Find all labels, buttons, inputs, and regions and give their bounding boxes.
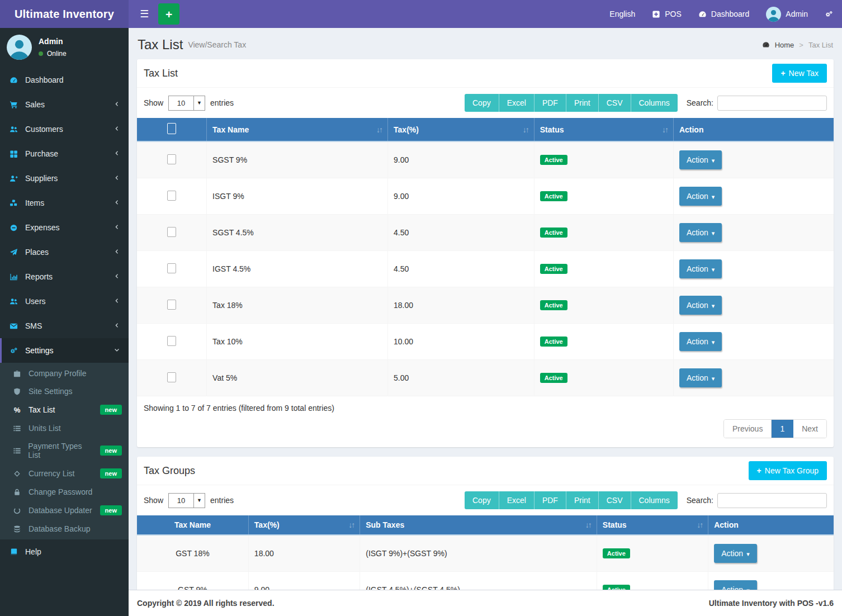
export-print-button[interactable]: Print bbox=[566, 94, 599, 112]
cogs-icon bbox=[8, 347, 19, 355]
new-tax-button[interactable]: +New Tax bbox=[772, 64, 827, 83]
submenu-item-label: Payment Types List bbox=[28, 442, 93, 459]
row-checkbox[interactable] bbox=[167, 300, 176, 310]
row-checkbox[interactable] bbox=[167, 263, 176, 273]
action-dropdown-button[interactable]: Action▾ bbox=[679, 187, 722, 206]
chevron-left-icon bbox=[113, 272, 120, 281]
nav-item-label: Dashboard bbox=[711, 10, 750, 18]
hamburger-icon[interactable]: ☰ bbox=[138, 8, 151, 20]
tax-name-cell: ISGT 9% bbox=[207, 178, 388, 215]
sidebar-item-sms[interactable]: SMS bbox=[0, 314, 129, 338]
page-size-select[interactable]: 10 ▼ bbox=[168, 493, 205, 508]
action-dropdown-button[interactable]: Action▾ bbox=[714, 580, 756, 590]
previous-page-button[interactable]: Previous bbox=[724, 420, 772, 438]
tax-list-table: Tax Name↓↑Tax(%)↓↑Status↓↑Action SGST 9%… bbox=[137, 118, 834, 396]
tax-percent-cell: 4.50 bbox=[388, 215, 534, 251]
row-checkbox[interactable] bbox=[167, 154, 176, 164]
status-cell: Active bbox=[534, 251, 673, 287]
export-csv-button[interactable]: CSV bbox=[599, 94, 631, 112]
export-copy-button[interactable]: Copy bbox=[465, 94, 499, 112]
nav-item-admin[interactable]: Admin bbox=[766, 7, 808, 22]
nav-item-english[interactable]: English bbox=[609, 10, 635, 18]
export-excel-button[interactable]: Excel bbox=[499, 94, 534, 112]
submenu-item-tax-list[interactable]: %Tax Listnew bbox=[0, 400, 129, 419]
submenu-item-database-backup[interactable]: Database Backup bbox=[0, 520, 129, 538]
settings-submenu: Company ProfileSite Settings%Tax Listnew… bbox=[0, 363, 129, 539]
export-copy-button[interactable]: Copy bbox=[465, 491, 499, 509]
export-columns-button[interactable]: Columns bbox=[631, 94, 678, 112]
export-csv-button[interactable]: CSV bbox=[599, 491, 631, 509]
caret-down-icon: ▾ bbox=[712, 302, 715, 309]
sidebar-item-sales[interactable]: Sales bbox=[0, 92, 129, 117]
submenu-item-label: Currency List bbox=[29, 469, 74, 478]
sidebar-item-label: SMS bbox=[25, 321, 42, 330]
breadcrumb-home[interactable]: Home bbox=[775, 41, 794, 49]
row-checkbox[interactable] bbox=[167, 336, 176, 346]
sidebar-item-dashboard[interactable]: Dashboard bbox=[0, 68, 129, 92]
submenu-item-currency-list[interactable]: Currency Listnew bbox=[0, 464, 129, 483]
cart-icon bbox=[8, 101, 19, 109]
action-dropdown-button[interactable]: Action▾ bbox=[679, 332, 722, 351]
action-dropdown-button[interactable]: Action▾ bbox=[679, 150, 722, 169]
caret-down-icon: ▾ bbox=[712, 193, 715, 200]
sidebar-item-items[interactable]: Items bbox=[0, 191, 129, 215]
export-excel-button[interactable]: Excel bbox=[499, 491, 534, 509]
sidebar-item-purchase[interactable]: Purchase bbox=[0, 141, 129, 166]
column-header-tax-name[interactable]: Tax Name↓↑ bbox=[207, 118, 388, 141]
online-status-dot bbox=[39, 51, 43, 56]
status-cell: Active bbox=[534, 360, 673, 396]
row-checkbox[interactable] bbox=[167, 191, 176, 201]
sidebar-item-users[interactable]: Users bbox=[0, 289, 129, 314]
submenu-item-database-updater[interactable]: Database Updaternew bbox=[0, 501, 129, 520]
sidebar-item-suppliers[interactable]: Suppliers bbox=[0, 166, 129, 191]
column-header-tax[interactable]: Tax(%)↓↑ bbox=[248, 515, 359, 535]
submenu-item-site-settings[interactable]: Site Settings bbox=[0, 382, 129, 400]
submenu-item-company-profile[interactable]: Company Profile bbox=[0, 364, 129, 382]
sort-icon: ↓↑ bbox=[376, 125, 382, 134]
sidebar-item-settings[interactable]: Settings bbox=[0, 338, 129, 363]
export-pdf-button[interactable]: PDF bbox=[534, 491, 566, 509]
action-cell: Action▾ bbox=[673, 215, 834, 251]
tax-groups-export-buttons: CopyExcelPDFPrintCSVColumns bbox=[465, 491, 678, 509]
page-size-select[interactable]: 10 ▼ bbox=[168, 96, 205, 111]
row-checkbox[interactable] bbox=[167, 123, 176, 134]
column-header-status[interactable]: Status↓↑ bbox=[597, 515, 708, 535]
search-input[interactable] bbox=[717, 96, 827, 111]
page-1-button[interactable]: 1 bbox=[772, 420, 793, 438]
sidebar-item-expenses[interactable]: Expenses bbox=[0, 215, 129, 240]
row-checkbox[interactable] bbox=[167, 227, 176, 237]
nav-item-pos[interactable]: POS bbox=[652, 10, 682, 18]
export-pdf-button[interactable]: PDF bbox=[534, 94, 566, 112]
app-logo[interactable]: Ultimate Inventory bbox=[0, 0, 129, 28]
export-print-button[interactable]: Print bbox=[566, 491, 599, 509]
action-dropdown-button[interactable]: Action▾ bbox=[679, 223, 722, 242]
page-subtitle: View/Search Tax bbox=[188, 40, 246, 49]
submenu-item-change-password[interactable]: Change Password bbox=[0, 483, 129, 501]
submenu-item-units-list[interactable]: Units List bbox=[0, 419, 129, 437]
action-dropdown-button[interactable]: Action▾ bbox=[679, 259, 722, 278]
new-tax-group-button[interactable]: +New Tax Group bbox=[749, 461, 827, 480]
row-checkbox[interactable] bbox=[167, 372, 176, 382]
column-header-status[interactable]: Status↓↑ bbox=[534, 118, 673, 141]
action-dropdown-button[interactable]: Action▾ bbox=[714, 544, 756, 563]
nav-item-dashboard[interactable]: Dashboard bbox=[698, 10, 750, 18]
action-dropdown-button[interactable]: Action▾ bbox=[679, 368, 722, 387]
entries-label: entries bbox=[210, 98, 234, 107]
content-area: Tax List View/Search Tax Home > Tax List… bbox=[129, 28, 842, 590]
search-input[interactable] bbox=[717, 493, 827, 508]
submenu-item-payment-types-list[interactable]: Payment Types Listnew bbox=[0, 437, 129, 464]
action-cell: Action▾ bbox=[708, 572, 834, 590]
export-columns-button[interactable]: Columns bbox=[631, 491, 678, 509]
quick-add-button[interactable]: + bbox=[158, 3, 179, 25]
sidebar-item-reports[interactable]: Reports bbox=[0, 264, 129, 289]
sidebar-menu: DashboardSalesCustomersPurchaseSuppliers… bbox=[0, 68, 129, 616]
nav-item-gears[interactable] bbox=[825, 10, 833, 18]
column-header-tax[interactable]: Tax(%)↓↑ bbox=[388, 118, 534, 141]
status-cell: Active bbox=[534, 215, 673, 251]
sidebar-item-places[interactable]: Places bbox=[0, 240, 129, 264]
sidebar-item-customers[interactable]: Customers bbox=[0, 117, 129, 141]
action-dropdown-button[interactable]: Action▾ bbox=[679, 296, 722, 315]
column-header-sub-taxes[interactable]: Sub Taxes↓↑ bbox=[360, 515, 597, 535]
sidebar-item-help[interactable]: Help bbox=[0, 539, 129, 564]
next-page-button[interactable]: Next bbox=[793, 420, 826, 438]
